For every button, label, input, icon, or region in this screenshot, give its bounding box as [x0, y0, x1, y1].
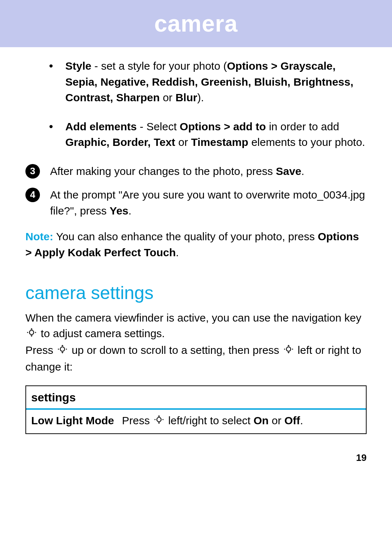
bullet-list: Style - set a style for your photo (Opti… [40, 58, 367, 150]
note-paragraph: Note: You can also enhance the quality o… [25, 229, 367, 260]
svg-point-9 [157, 417, 161, 422]
nav-key-icon [26, 326, 37, 342]
bullet-style: Style - set a style for your photo (Opti… [40, 58, 367, 106]
svg-point-10 [155, 419, 156, 420]
text: After making your changes to the photo, … [50, 165, 276, 177]
step-text: At the prompt "Are you sure you want to … [50, 187, 367, 218]
svg-point-4 [58, 349, 59, 350]
header-title: camera [154, 10, 238, 37]
page-content: Style - set a style for your photo (Opti… [0, 47, 392, 434]
section-paragraph: When the camera viewfinder is active, yo… [25, 310, 367, 375]
svg-point-7 [284, 349, 285, 350]
svg-point-1 [27, 332, 28, 333]
bold-ts: Timestamp [191, 136, 248, 148]
text: elements to your photo. [248, 136, 365, 148]
text: When the camera viewfinder is active, yo… [25, 312, 362, 324]
svg-point-5 [66, 349, 67, 350]
text: to adjust camera settings. [41, 327, 165, 339]
text: in order to add [266, 120, 339, 132]
settings-table: settings Low Light Mode Press left/right… [25, 385, 367, 434]
step-4: 4 At the prompt "Are you sure you want t… [25, 187, 367, 218]
svg-point-2 [35, 332, 36, 333]
step-text: After making your changes to the photo, … [50, 163, 304, 179]
bullet-label: Style [65, 60, 91, 72]
text: or [175, 136, 191, 148]
nav-key-icon [154, 413, 164, 429]
section-heading: camera settings [25, 280, 367, 306]
text: or [160, 91, 175, 103]
bold-off: Off [285, 414, 300, 426]
text: . [128, 205, 131, 217]
setting-description: Press left/right to select On or Off. [122, 413, 303, 429]
step-number-badge: 3 [25, 164, 40, 179]
svg-point-0 [29, 330, 34, 335]
bold-on: On [253, 414, 269, 426]
text: - set a style for your photo ( [91, 60, 227, 72]
svg-point-8 [292, 349, 293, 350]
page-header: camera [0, 0, 392, 47]
bold-options: Options > add to [180, 120, 266, 132]
text: At the prompt "Are you sure you want to … [50, 189, 365, 217]
text: . [176, 246, 179, 258]
text: or [269, 414, 284, 426]
setting-name: Low Light Mode [31, 413, 122, 429]
note-label: Note: [25, 230, 53, 242]
svg-point-6 [286, 347, 291, 351]
text: ). [197, 91, 204, 103]
text: up or down to scroll to a setting, then … [72, 344, 282, 356]
bold-save: Save [276, 165, 301, 177]
nav-key-icon [283, 343, 294, 359]
svg-point-3 [60, 347, 65, 351]
text: You can also enhance the quality of your… [53, 230, 318, 242]
step-3: 3 After making your changes to the photo… [25, 163, 367, 179]
text: Press [122, 414, 153, 426]
text: . [300, 414, 303, 426]
bold-yes: Yes [110, 205, 128, 217]
text: left/right to select [168, 414, 253, 426]
table-row: Low Light Mode Press left/right to selec… [26, 410, 366, 434]
step-number-badge: 4 [25, 188, 40, 202]
bullet-add-elements: Add elements - Select Options > add to i… [40, 119, 367, 150]
bold-elems: Graphic, Border, Text [65, 136, 175, 148]
svg-point-11 [163, 419, 164, 420]
text: - Select [137, 120, 180, 132]
text: Press [25, 344, 56, 356]
text: . [301, 165, 304, 177]
settings-table-header: settings [26, 386, 366, 409]
bold-blur: Blur [175, 91, 197, 103]
nav-key-icon [57, 343, 68, 359]
page-number: 19 [0, 434, 392, 474]
bullet-label: Add elements [65, 120, 137, 132]
